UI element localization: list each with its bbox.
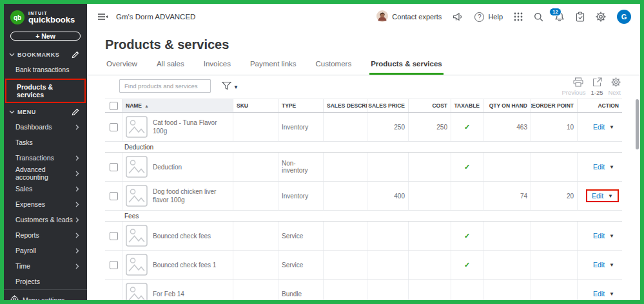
- table-row[interactable]: Dog food chicken liver flavor 100g Inven…: [105, 182, 622, 211]
- sidebar-item-tasks[interactable]: Tasks: [4, 135, 87, 150]
- column-header-sku[interactable]: SKU: [233, 99, 278, 112]
- app-grid-icon[interactable]: [514, 12, 523, 21]
- menu-label: MENU: [17, 109, 36, 115]
- help-button[interactable]: ? Help: [474, 12, 503, 22]
- search-input[interactable]: [119, 79, 211, 93]
- table-row[interactable]: Deduction Non-inventory ✓ Edit ▼: [105, 153, 622, 182]
- edit-button[interactable]: Edit: [593, 261, 605, 269]
- table-row[interactable]: For Feb 14 Bundle ✓ Edit ▼: [105, 280, 622, 300]
- column-header-reorder-point[interactable]: REORDER POINT: [531, 99, 577, 112]
- table-row[interactable]: Cat food - Tuna Flavor 100g Inventory 25…: [105, 113, 622, 142]
- sidebar-item-payroll[interactable]: Payroll: [4, 243, 87, 258]
- tab-products-services[interactable]: Products & services: [369, 60, 444, 75]
- contact-experts-button[interactable]: Contact experts: [376, 10, 442, 23]
- tab-bar: OverviewAll salesInvoicesPayment linksCu…: [87, 60, 640, 75]
- tab-customers[interactable]: Customers: [315, 60, 353, 75]
- edit-dropdown-caret[interactable]: ▼: [609, 233, 614, 239]
- sidebar-item-projects[interactable]: Projects: [4, 274, 87, 289]
- sku-cell: [233, 153, 278, 181]
- company-name[interactable]: Gm's Dorm ADVANCED: [116, 13, 195, 21]
- sidebar-item-time[interactable]: Time: [4, 258, 87, 274]
- notifications-bell-icon[interactable]: 12: [554, 12, 565, 22]
- column-header-sales-description[interactable]: SALES DESCRIPTION: [323, 99, 367, 112]
- edit-button[interactable]: Edit: [592, 192, 603, 200]
- quickbooks-logo: qb INTUIT quickbooks: [4, 4, 87, 27]
- row-checkbox[interactable]: [110, 163, 118, 171]
- edit-dropdown-caret[interactable]: ▼: [609, 291, 614, 297]
- vertical-scrollbar-thumb[interactable]: [636, 99, 639, 149]
- search-icon[interactable]: [534, 12, 543, 22]
- sidebar-item-sales[interactable]: Sales: [4, 181, 87, 196]
- column-header-action[interactable]: ACTION: [577, 99, 622, 112]
- row-checkbox[interactable]: [110, 232, 118, 240]
- sidebar-item-expenses[interactable]: Expenses: [4, 196, 87, 212]
- edit-button[interactable]: Edit: [593, 163, 605, 171]
- table-row[interactable]: Bounced check fees Service ✓ Edit ▼: [105, 222, 622, 251]
- tab-all-sales[interactable]: All sales: [155, 60, 186, 75]
- sidebar-item-bank-transactions[interactable]: Bank transactions: [4, 62, 87, 77]
- column-header-qty-on-hand[interactable]: QTY ON HAND: [483, 99, 531, 112]
- account-avatar[interactable]: G: [617, 10, 631, 24]
- sidebar-item-advanced-accounting[interactable]: Advanced accounting: [4, 166, 87, 181]
- products-table: NAME▲ SKU TYPE SALES DESCRIPTION SALES P…: [105, 99, 622, 300]
- sales-price-cell: [367, 251, 408, 279]
- settings-gear-icon[interactable]: [596, 12, 606, 22]
- bookmarks-section-header[interactable]: BOOKMARKS: [4, 47, 87, 62]
- menu-settings-button[interactable]: Menu settings: [4, 289, 87, 300]
- sidebar-item-transactions[interactable]: Transactions: [4, 150, 87, 166]
- chevron-right-icon: [75, 186, 79, 192]
- pagination-next[interactable]: Next: [608, 89, 621, 96]
- edit-dropdown-caret[interactable]: ▼: [609, 262, 614, 268]
- table-group-row: Fees: [105, 211, 622, 222]
- product-name: For Feb 14: [153, 290, 184, 298]
- export-icon[interactable]: [592, 77, 602, 87]
- column-header-sales-price[interactable]: SALES PRICE: [367, 99, 408, 112]
- sidebar-item-label: Projects: [15, 278, 40, 285]
- pencil-edit-icon[interactable]: [72, 51, 79, 59]
- filter-button[interactable]: ▼: [221, 81, 239, 93]
- reorder-point-cell: 10: [531, 113, 577, 141]
- printer-icon[interactable]: [573, 77, 583, 87]
- topbar: Gm's Dorm ADVANCED Contact experts ? Hel…: [87, 4, 640, 30]
- product-name: Bounced check fees: [153, 232, 211, 240]
- edit-button[interactable]: Edit: [593, 123, 605, 131]
- row-checkbox[interactable]: [110, 192, 118, 200]
- select-all-checkbox[interactable]: [110, 102, 118, 110]
- qty-on-hand-cell: [483, 222, 531, 250]
- column-header-type[interactable]: TYPE: [278, 99, 323, 112]
- sidebar-item-dashboards[interactable]: Dashboards: [4, 119, 87, 135]
- edit-action-group: Edit ▼: [589, 121, 619, 133]
- gear-icon[interactable]: [611, 77, 621, 87]
- sidebar-item-customers-leads[interactable]: Customers & leads: [4, 212, 87, 227]
- tab-payment-links[interactable]: Payment links: [249, 60, 298, 75]
- edit-dropdown-caret[interactable]: ▼: [609, 164, 614, 170]
- megaphone-icon[interactable]: [453, 12, 463, 21]
- menu-section-header[interactable]: MENU: [4, 104, 87, 119]
- quickbooks-wordmark: quickbooks: [28, 15, 75, 24]
- cost-cell: [408, 251, 451, 279]
- sidebar-item-products-services[interactable]: Products & services: [5, 79, 86, 103]
- tab-overview[interactable]: Overview: [105, 60, 139, 75]
- tab-invoices[interactable]: Invoices: [202, 60, 232, 75]
- edit-button[interactable]: Edit: [593, 232, 605, 240]
- pencil-edit-icon[interactable]: [72, 108, 79, 116]
- funnel-filter-icon: [221, 81, 233, 93]
- new-button[interactable]: + New: [10, 32, 81, 41]
- table-row[interactable]: Bounced check fees 1 Service ✓ Edit ▼: [105, 251, 622, 280]
- chevron-down-icon: [9, 110, 15, 114]
- clipboard-tasks-icon[interactable]: [576, 12, 585, 22]
- sidebar-item-reports[interactable]: Reports: [4, 227, 87, 243]
- row-checkbox[interactable]: [110, 123, 118, 131]
- edit-button[interactable]: Edit: [593, 290, 605, 298]
- cost-cell: [408, 182, 451, 210]
- sidebar-collapse-icon[interactable]: [97, 12, 108, 21]
- pagination: Previous 1-25 Next: [561, 89, 621, 96]
- column-header-cost[interactable]: COST: [408, 99, 451, 112]
- pagination-previous[interactable]: Previous: [561, 89, 585, 96]
- sidebar-item-label: Bank transactions: [15, 66, 69, 73]
- column-header-taxable[interactable]: TAXABLE: [451, 99, 483, 112]
- column-header-name[interactable]: NAME▲: [122, 99, 233, 112]
- edit-dropdown-caret[interactable]: ▼: [609, 124, 614, 130]
- edit-dropdown-caret[interactable]: ▼: [608, 193, 613, 199]
- row-checkbox[interactable]: [110, 261, 118, 269]
